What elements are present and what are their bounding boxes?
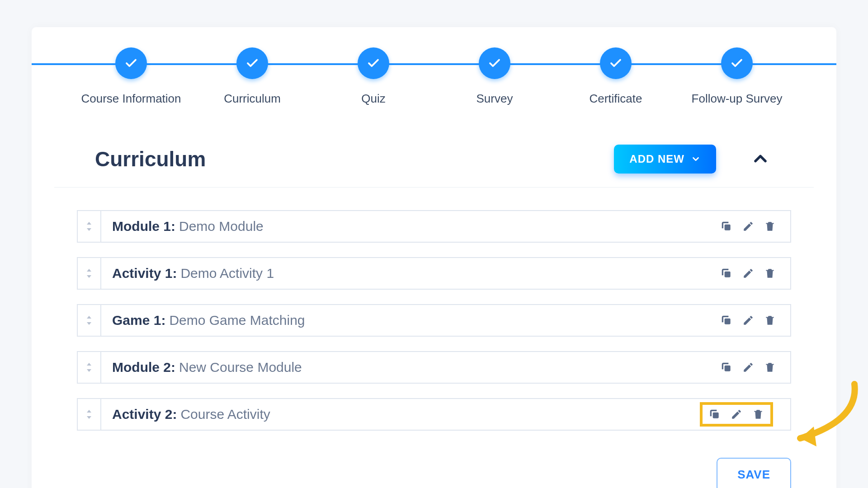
row-title: Game 1: Demo Game Matching (101, 305, 706, 336)
delete-button[interactable] (762, 219, 778, 234)
step-course-information[interactable]: Course Information (77, 47, 185, 106)
course-card: Course Information Curriculum Quiz (32, 27, 836, 488)
pencil-icon (731, 408, 742, 420)
chevron-down-icon (691, 154, 701, 164)
svg-marker-4 (87, 275, 91, 278)
copy-icon (721, 361, 732, 373)
row-name: Course Activity (180, 407, 270, 422)
row-title: Module 2: New Course Module (101, 352, 706, 383)
duplicate-button[interactable] (719, 219, 734, 234)
row-name: Demo Game Matching (169, 313, 305, 328)
svg-marker-10 (87, 369, 91, 372)
pencil-icon (742, 221, 754, 232)
row-title: Activity 2: Course Activity (101, 399, 687, 430)
edit-button[interactable] (741, 360, 756, 375)
footer: SAVE (32, 444, 836, 488)
check-icon (367, 56, 380, 70)
check-icon (245, 56, 259, 70)
duplicate-button[interactable] (707, 407, 722, 422)
row-prefix: Game 1: (112, 313, 165, 328)
step-follow-up-survey[interactable]: Follow-up Survey (683, 47, 791, 106)
check-icon (730, 56, 744, 70)
list-item: Module 1: Demo Module (77, 210, 791, 243)
highlight-box (700, 402, 773, 427)
drag-handle[interactable] (78, 305, 101, 336)
drag-handle[interactable] (78, 258, 101, 289)
svg-rect-8 (725, 319, 731, 324)
drag-icon (85, 269, 93, 278)
step-dot (115, 47, 147, 79)
trash-icon (764, 221, 776, 232)
svg-rect-2 (725, 225, 731, 230)
edit-button[interactable] (741, 313, 756, 328)
row-name: New Course Module (179, 360, 302, 375)
step-curriculum[interactable]: Curriculum (198, 47, 307, 106)
check-icon (488, 56, 501, 70)
row-name: Demo Activity 1 (180, 266, 274, 281)
trash-icon (764, 267, 776, 279)
step-label: Certificate (589, 92, 642, 106)
stepper: Course Information Curriculum Quiz (32, 27, 836, 117)
edit-button[interactable] (741, 266, 756, 281)
delete-button[interactable] (762, 313, 778, 328)
delete-button[interactable] (762, 266, 778, 281)
delete-button[interactable] (762, 360, 778, 375)
curriculum-list: Module 1: Demo Module Activity 1: Demo A… (32, 188, 836, 444)
drag-handle[interactable] (78, 352, 101, 383)
trash-icon (764, 314, 776, 326)
row-title: Activity 1: Demo Activity 1 (101, 258, 706, 289)
row-prefix: Module 1: (112, 219, 175, 234)
drag-icon (85, 316, 93, 325)
trash-icon (752, 408, 764, 420)
step-dot (236, 47, 268, 79)
step-survey[interactable]: Survey (440, 47, 549, 106)
chevron-up-icon (750, 149, 770, 169)
list-item: Activity 2: Course Activity (77, 398, 791, 431)
svg-rect-11 (725, 366, 731, 371)
stepper-steps: Course Information Curriculum Quiz (32, 47, 836, 106)
row-actions (687, 399, 790, 430)
drag-icon (85, 410, 93, 419)
step-dot (479, 47, 510, 79)
svg-rect-5 (725, 272, 731, 277)
duplicate-button[interactable] (719, 313, 734, 328)
duplicate-button[interactable] (719, 266, 734, 281)
delete-button[interactable] (750, 407, 766, 422)
duplicate-button[interactable] (719, 360, 734, 375)
svg-marker-6 (87, 316, 91, 319)
edit-button[interactable] (741, 219, 756, 234)
step-quiz[interactable]: Quiz (319, 47, 428, 106)
step-label: Quiz (361, 92, 385, 106)
svg-marker-12 (87, 410, 91, 413)
row-actions (706, 211, 790, 242)
row-prefix: Activity 2: (112, 407, 177, 422)
section-title: Curriculum (95, 147, 614, 171)
step-label: Survey (476, 92, 513, 106)
row-actions (706, 305, 790, 336)
add-new-label: ADD NEW (629, 153, 684, 165)
list-item: Game 1: Demo Game Matching (77, 304, 791, 337)
collapse-section-button[interactable] (748, 146, 773, 173)
save-button[interactable]: SAVE (717, 458, 791, 488)
list-item: Module 2: New Course Module (77, 351, 791, 384)
pencil-icon (742, 361, 754, 373)
step-label: Course Information (81, 92, 181, 106)
step-label: Curriculum (224, 92, 281, 106)
svg-marker-1 (87, 228, 91, 231)
edit-button[interactable] (729, 407, 744, 422)
drag-icon (85, 222, 93, 231)
add-new-button[interactable]: ADD NEW (614, 145, 716, 174)
page: Course Information Curriculum Quiz (0, 0, 868, 488)
step-certificate[interactable]: Certificate (561, 47, 670, 106)
drag-handle[interactable] (78, 211, 101, 242)
check-icon (124, 56, 138, 70)
section-header: Curriculum ADD NEW (54, 117, 814, 188)
trash-icon (764, 361, 776, 373)
row-actions (706, 352, 790, 383)
drag-handle[interactable] (78, 399, 101, 430)
step-dot (358, 47, 389, 79)
pencil-icon (742, 314, 754, 326)
row-name: Demo Module (179, 219, 264, 234)
svg-marker-13 (87, 416, 91, 419)
svg-marker-0 (87, 222, 91, 225)
